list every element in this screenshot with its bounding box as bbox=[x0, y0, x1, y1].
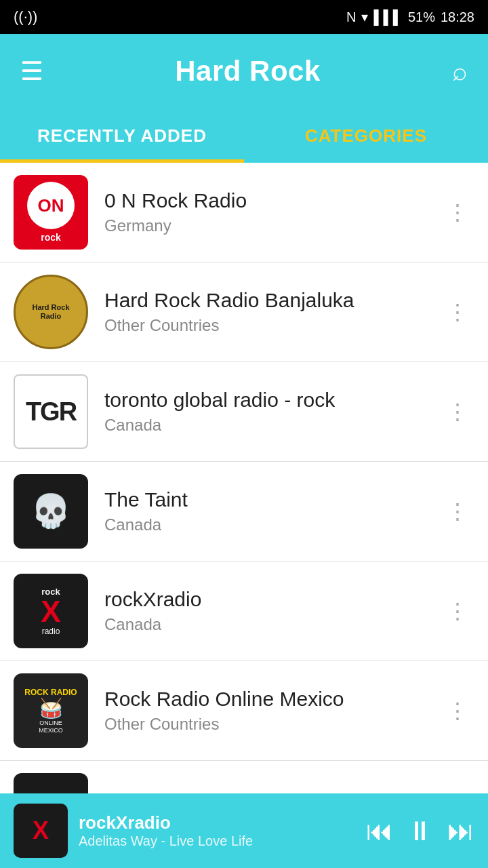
more-options-button[interactable]: ⋮ bbox=[440, 691, 474, 730]
now-playing-logo: X bbox=[14, 804, 68, 858]
station-country: Canada bbox=[104, 416, 440, 435]
station-name: 0 N Rock Radio bbox=[104, 189, 440, 212]
station-name: toronto global radio - rock bbox=[104, 389, 440, 412]
station-country: Canada bbox=[104, 515, 440, 534]
status-bar-right: N ▾ ▌▌▌ 51% 18:28 bbox=[346, 9, 474, 25]
signal-icon: ((·)) bbox=[14, 8, 37, 26]
list-item[interactable]: rock X radio rockXradio Canada ⋮ bbox=[0, 561, 488, 661]
tabs-container: RECENTLY ADDED CATEGORIES bbox=[0, 108, 488, 163]
playback-controls: ⏮ ⏸ ⏭ bbox=[366, 816, 474, 846]
tab-recently-added[interactable]: RECENTLY ADDED bbox=[0, 108, 244, 163]
list-item[interactable]: ROCK RADIO 🥁 ONLINEMEXICO Rock Radio Onl… bbox=[0, 661, 488, 761]
station-name: The Taint bbox=[104, 488, 440, 511]
station-info: Rock Radio Online Mexico Other Countries bbox=[104, 688, 440, 734]
skull-icon: 💀 bbox=[30, 492, 71, 530]
now-playing-track: Adelitas Way - Live Love Life bbox=[79, 833, 366, 849]
list-item[interactable]: TGR toronto global radio - rock Canada ⋮ bbox=[0, 362, 488, 462]
status-bar-left: ((·)) bbox=[14, 8, 37, 26]
more-options-button[interactable]: ⋮ bbox=[440, 193, 474, 232]
station-logo: Hard RockRadio bbox=[14, 275, 88, 349]
more-options-button[interactable]: ⋮ bbox=[440, 492, 474, 531]
station-logo: TGR bbox=[14, 374, 88, 449]
station-info: 0 N Rock Radio Germany bbox=[104, 189, 440, 235]
station-logo: ON rock bbox=[14, 175, 88, 250]
pause-button[interactable]: ⏸ bbox=[407, 816, 434, 846]
station-country: Other Countries bbox=[104, 715, 440, 734]
station-info: rockXradio Canada bbox=[104, 588, 440, 634]
app-title: Hard Rock bbox=[175, 55, 321, 87]
nfc-icon: N bbox=[346, 9, 356, 25]
signal-bars-icon: ▌▌▌ bbox=[373, 9, 403, 25]
clock: 18:28 bbox=[441, 9, 474, 25]
list-item[interactable]: Hard RockRadio Hard Rock Radio Banjaluka… bbox=[0, 262, 488, 362]
more-options-button[interactable]: ⋮ bbox=[440, 292, 474, 332]
station-info: The Taint Canada bbox=[104, 488, 440, 534]
list-item[interactable]: ON rock 0 N Rock Radio Germany ⋮ bbox=[0, 163, 488, 262]
rewind-button[interactable]: ⏮ bbox=[366, 816, 393, 846]
now-playing-info: rockXradio Adelitas Way - Live Love Life bbox=[79, 812, 366, 849]
more-options-button[interactable]: ⋮ bbox=[440, 591, 474, 631]
station-country: Canada bbox=[104, 615, 440, 634]
app-bar: ☰ Hard Rock ⌕ bbox=[0, 34, 488, 108]
tab-categories[interactable]: CATEGORIES bbox=[244, 108, 488, 163]
battery-indicator: 51% bbox=[408, 9, 435, 25]
station-logo: rock X radio bbox=[14, 574, 88, 648]
station-name: Rock Radio Online Mexico bbox=[104, 688, 440, 711]
fast-forward-button[interactable]: ⏭ bbox=[447, 816, 474, 846]
now-playing-station: rockXradio bbox=[79, 812, 366, 833]
list-item[interactable]: 💀 The Taint Canada ⋮ bbox=[0, 462, 488, 561]
status-bar: ((·)) N ▾ ▌▌▌ 51% 18:28 bbox=[0, 0, 488, 34]
menu-icon[interactable]: ☰ bbox=[20, 56, 43, 86]
station-logo: 💀 bbox=[14, 474, 88, 549]
search-icon[interactable]: ⌕ bbox=[452, 57, 468, 86]
wifi-icon: ▾ bbox=[361, 9, 368, 25]
station-country: Germany bbox=[104, 216, 440, 235]
radio-list: ON rock 0 N Rock Radio Germany ⋮ Hard Ro… bbox=[0, 163, 488, 860]
now-playing-bar: X rockXradio Adelitas Way - Live Love Li… bbox=[0, 793, 488, 868]
station-name: rockXradio bbox=[104, 588, 440, 611]
station-info: toronto global radio - rock Canada bbox=[104, 389, 440, 435]
station-country: Other Countries bbox=[104, 316, 440, 335]
more-options-button[interactable]: ⋮ bbox=[440, 392, 474, 431]
station-info: Hard Rock Radio Banjaluka Other Countrie… bbox=[104, 289, 440, 335]
station-name: Hard Rock Radio Banjaluka bbox=[104, 289, 440, 312]
station-logo: ROCK RADIO 🥁 ONLINEMEXICO bbox=[14, 673, 88, 748]
